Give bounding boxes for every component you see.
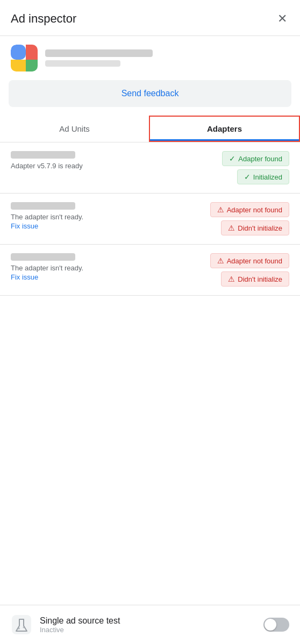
warning-icon-4: ⚠ (228, 275, 235, 283)
tab-adapters-label: Adapters (207, 124, 242, 133)
bottom-bar: Single ad source test Inactive (0, 605, 300, 644)
adapter-not-found-label-1: Adapter not found (227, 206, 282, 214)
svg-point-6 (18, 627, 20, 629)
single-ad-source-title: Single ad source test (40, 616, 120, 626)
svg-rect-3 (11, 60, 26, 71)
bottom-bar-left: Single ad source test Inactive (11, 614, 120, 635)
adapter-found-label: Adapter found (238, 155, 282, 163)
app-meta (45, 49, 153, 67)
didnt-initialize-badge-2: ⚠ Didn't initialize (221, 271, 289, 287)
adapter-name-blurred-2 (11, 202, 75, 210)
single-ad-source-subtitle: Inactive (40, 626, 120, 634)
send-feedback-button[interactable]: Send feedback (9, 80, 291, 107)
adapter-left-3: The adapter isn't ready. Fix issue (11, 253, 210, 281)
adapter-item: Adapter v5.7.9 is ready ✓ Adapter found … (0, 142, 300, 194)
didnt-initialize-label-2: Didn't initialize (238, 275, 282, 283)
tab-adapters[interactable]: Adapters (149, 116, 300, 142)
didnt-initialize-badge-1: ⚠ Didn't initialize (221, 220, 289, 235)
adapter-item-2: The adapter isn't ready. Fix issue ⚠ Ada… (0, 194, 300, 245)
fix-issue-button-1[interactable]: Fix issue (11, 222, 38, 230)
close-icon: ✕ (277, 12, 287, 26)
app-version-blurred (45, 60, 120, 67)
adapter-name-blurred-1 (11, 151, 75, 159)
svg-rect-1 (11, 45, 26, 60)
adapter-status-2: The adapter isn't ready. (11, 213, 210, 221)
adapter-list: Adapter v5.7.9 is ready ✓ Adapter found … (0, 142, 300, 296)
app-icon-svg (11, 45, 38, 71)
adapter-not-found-label-2: Adapter not found (227, 257, 282, 265)
adapter-not-found-badge-1: ⚠ Adapter not found (210, 202, 289, 217)
fix-issue-label-1: Fix issue (11, 222, 38, 230)
didnt-initialize-label-1: Didn't initialize (238, 224, 282, 232)
flask-icon (11, 614, 32, 635)
adapter-left-1: Adapter v5.7.9 is ready (11, 151, 222, 170)
tab-ad-units-label: Ad Units (59, 124, 90, 133)
adapter-badges-3: ⚠ Adapter not found ⚠ Didn't initialize (210, 253, 289, 287)
tab-ad-units[interactable]: Ad Units (0, 116, 149, 142)
app-info (0, 36, 300, 80)
tabs-container: Ad Units Adapters (0, 116, 300, 142)
initialized-badge: ✓ Initialized (237, 169, 289, 184)
adapter-name-blurred-3 (11, 253, 75, 261)
adapter-found-badge: ✓ Adapter found (222, 151, 289, 166)
app-icon (11, 45, 38, 71)
adapter-not-found-badge-2: ⚠ Adapter not found (210, 253, 289, 268)
svg-rect-4 (26, 60, 38, 71)
svg-rect-2 (26, 45, 38, 60)
single-ad-source-toggle[interactable] (263, 618, 289, 632)
send-feedback-label: Send feedback (122, 89, 179, 98)
fix-issue-button-2[interactable]: Fix issue (11, 273, 38, 281)
adapter-item-3: The adapter isn't ready. Fix issue ⚠ Ada… (0, 245, 300, 296)
adapter-status-1: Adapter v5.7.9 is ready (11, 162, 222, 170)
header: Ad inspector ✕ (0, 0, 300, 36)
app-name-blurred (45, 49, 153, 57)
checkmark-icon: ✓ (229, 154, 235, 163)
bottom-bar-text: Single ad source test Inactive (40, 616, 120, 634)
page-title: Ad inspector (11, 12, 76, 26)
svg-point-7 (23, 627, 25, 628)
adapter-left-2: The adapter isn't ready. Fix issue (11, 202, 210, 230)
initialized-label: Initialized (253, 173, 282, 181)
fix-issue-label-2: Fix issue (11, 273, 38, 281)
adapter-status-3: The adapter isn't ready. (11, 264, 210, 272)
checkmark-icon-2: ✓ (244, 173, 251, 181)
warning-icon-3: ⚠ (217, 256, 224, 265)
adapter-badges-1: ✓ Adapter found ✓ Initialized (222, 151, 289, 184)
warning-icon-1: ⚠ (217, 205, 224, 214)
warning-icon-2: ⚠ (228, 224, 235, 232)
close-button[interactable]: ✕ (275, 10, 289, 28)
adapter-badges-2: ⚠ Adapter not found ⚠ Didn't initialize (210, 202, 289, 235)
